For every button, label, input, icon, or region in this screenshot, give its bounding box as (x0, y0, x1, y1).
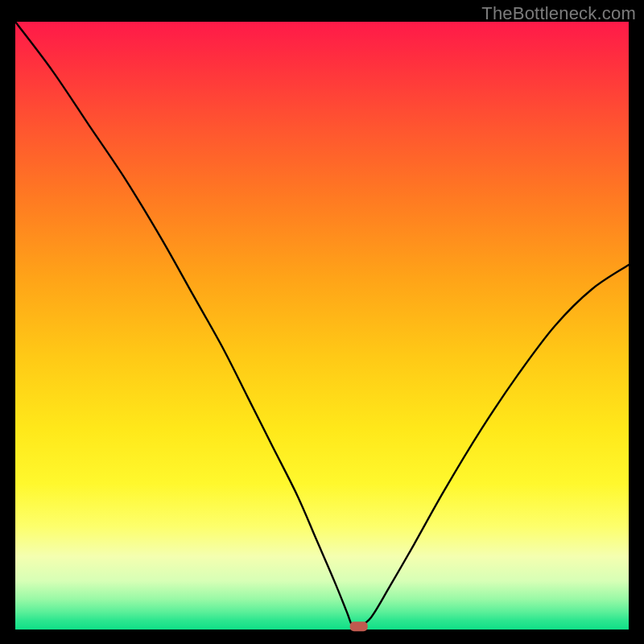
watermark-text: TheBottleneck.com (481, 3, 636, 24)
bottleneck-curve (15, 22, 629, 628)
plot-area (15, 22, 629, 630)
optimal-marker (350, 621, 368, 631)
chart-frame: TheBottleneck.com (0, 0, 644, 644)
plot-svg (15, 22, 629, 630)
